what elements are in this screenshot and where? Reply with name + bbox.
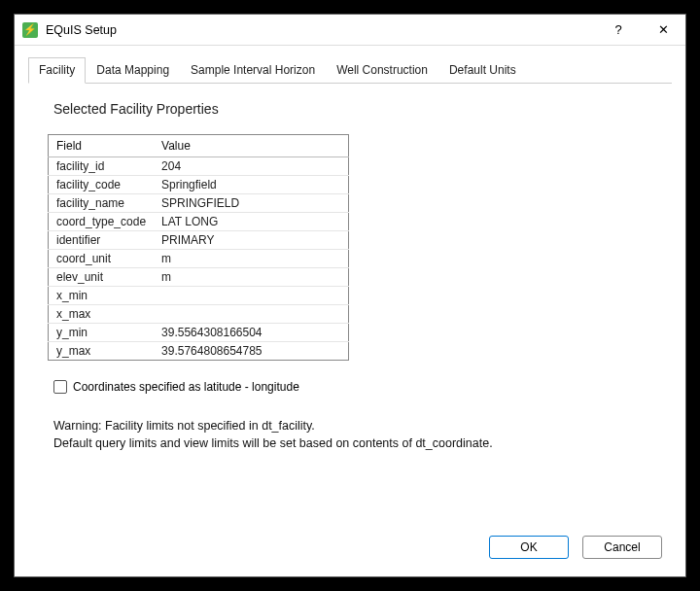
table-row: y_max39.5764808654785 [49, 342, 349, 361]
cell-value: PRIMARY [154, 231, 348, 250]
cell-field: y_max [49, 342, 155, 361]
col-header-value: Value [154, 135, 348, 157]
cell-field: facility_name [49, 194, 155, 213]
cell-value: Springfield [154, 176, 348, 194]
window-title: EQuIS Setup [46, 23, 596, 37]
cell-field: identifier [49, 231, 155, 250]
table-row: coord_unitm [49, 250, 349, 268]
cell-value: m [154, 268, 348, 287]
help-button[interactable]: ? [596, 15, 641, 45]
cell-field: elev_unit [49, 268, 155, 287]
table-row: elev_unitm [49, 268, 349, 287]
tab-strip: Facility Data Mapping Sample Interval Ho… [28, 57, 672, 84]
cell-value: 204 [154, 157, 348, 176]
warning-line-1: Warning: Facility limits not specified i… [53, 417, 652, 435]
col-header-field: Field [49, 135, 155, 157]
table-row: facility_codeSpringfield [49, 176, 349, 194]
warning-text: Warning: Facility limits not specified i… [53, 417, 652, 452]
tab-well-construction[interactable]: Well Construction [326, 57, 438, 84]
app-icon [22, 22, 38, 38]
titlebar: EQuIS Setup ? ✕ [15, 15, 685, 46]
latlong-checkbox-label: Coordinates specified as latitude - long… [73, 380, 299, 394]
cell-value: 39.5764808654785 [154, 342, 348, 361]
ok-button[interactable]: OK [489, 536, 569, 559]
tab-default-units[interactable]: Default Units [438, 57, 527, 84]
cell-field: coord_unit [49, 250, 155, 268]
cell-value [154, 287, 348, 305]
dialog-window: EQuIS Setup ? ✕ Facility Data Mapping Sa… [14, 14, 686, 577]
dialog-buttons: OK Cancel [15, 524, 685, 576]
cell-field: x_min [49, 287, 155, 305]
cell-field: facility_id [49, 157, 155, 176]
warning-line-2: Default query limits and view limits wil… [53, 435, 652, 452]
latlong-checkbox[interactable] [53, 380, 67, 394]
cell-field: facility_code [49, 176, 155, 194]
close-button[interactable]: ✕ [641, 15, 685, 45]
facility-properties-table: Field Value facility_id204 facility_code… [48, 134, 349, 361]
cell-field: coord_type_code [49, 213, 155, 231]
cell-value: 39.5564308166504 [154, 324, 348, 342]
cell-value: m [154, 250, 348, 268]
title-controls: ? ✕ [596, 15, 685, 45]
tab-sample-interval-horizon[interactable]: Sample Interval Horizon [180, 57, 326, 84]
cell-field: y_min [49, 324, 155, 342]
cell-field: x_max [49, 305, 155, 324]
table-row: y_min39.5564308166504 [49, 324, 349, 342]
latlong-checkbox-row[interactable]: Coordinates specified as latitude - long… [53, 380, 652, 394]
tab-facility[interactable]: Facility [28, 57, 86, 84]
table-row: coord_type_codeLAT LONG [49, 213, 349, 231]
cell-value: SPRINGFIELD [154, 194, 348, 213]
table-row: facility_id204 [49, 157, 349, 176]
cell-value: LAT LONG [154, 213, 348, 231]
table-row: x_max [49, 305, 349, 324]
table-row: facility_nameSPRINGFIELD [49, 194, 349, 213]
tab-content: Selected Facility Properties Field Value… [15, 84, 685, 524]
tab-data-mapping[interactable]: Data Mapping [86, 57, 180, 84]
cell-value [154, 305, 348, 324]
section-title: Selected Facility Properties [53, 101, 652, 117]
table-row: identifierPRIMARY [49, 231, 349, 250]
table-row: x_min [49, 287, 349, 305]
cancel-button[interactable]: Cancel [582, 536, 662, 559]
